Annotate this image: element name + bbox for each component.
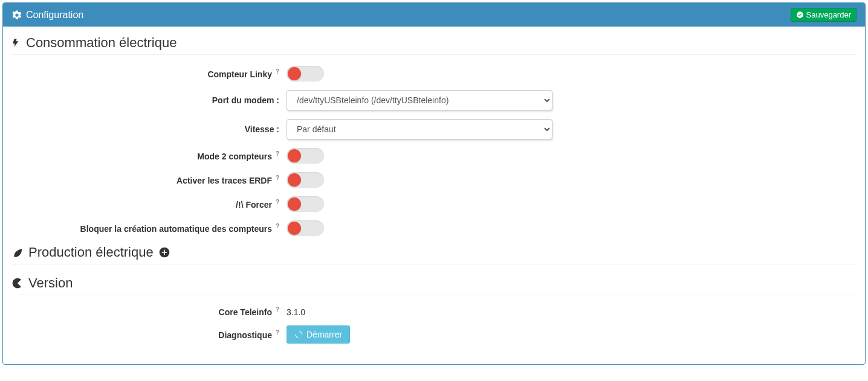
panel-header: Configuration Sauvegarder [3, 3, 865, 27]
section-consumption-title: Consommation électrique [11, 35, 857, 51]
help-icon[interactable]: ? [276, 174, 279, 181]
section-version-title: Version [11, 275, 857, 291]
panel-body: Consommation électrique Compteur Linky ?… [3, 27, 865, 364]
help-icon[interactable]: ? [276, 199, 279, 205]
field-traces: Activer les traces ERDF ? [11, 172, 857, 188]
field-force: /!\ Forcer ? [11, 196, 857, 212]
field-force-label-wrap: /!\ Forcer ? [11, 199, 287, 210]
leaf-icon [11, 246, 24, 258]
field-traces-label-wrap: Activer les traces ERDF ? [11, 174, 287, 185]
field-speed-label-wrap: Vitesse : [11, 124, 287, 134]
help-icon[interactable]: ? [276, 329, 279, 336]
start-diagnostic-label: Démarrer [306, 330, 342, 339]
check-circle-icon [796, 11, 804, 19]
field-force-label: /!\ Forcer [236, 200, 272, 210]
save-button-label: Sauvegarder [806, 10, 851, 19]
field-modem-port: Port du modem : /dev/ttyUSBteleinfo (/de… [11, 90, 857, 110]
field-block-auto-label: Bloquer la création automatique des comp… [80, 224, 272, 234]
field-mode2-label: Mode 2 compteurs [197, 152, 272, 161]
toggle-mode2[interactable] [287, 148, 324, 164]
field-linky-label-wrap: Compteur Linky ? [11, 68, 287, 79]
toggle-traces[interactable] [287, 172, 324, 188]
help-icon[interactable]: ? [276, 306, 279, 313]
field-speed: Vitesse : Par défaut [11, 119, 857, 139]
field-modem-port-label-wrap: Port du modem : [11, 95, 287, 105]
help-icon[interactable]: ? [276, 223, 279, 229]
help-icon[interactable]: ? [276, 68, 279, 75]
select-modem-port[interactable]: /dev/ttyUSBteleinfo (/dev/ttyUSBteleinfo… [287, 90, 552, 110]
panel-header-left: Configuration [11, 10, 83, 21]
bolt-icon [11, 36, 21, 50]
section-version-label: Version [28, 275, 73, 291]
field-block-auto: Bloquer la création automatique des comp… [11, 220, 857, 236]
cogs-icon [11, 10, 22, 21]
section-production-title: Production électrique [11, 245, 857, 260]
field-diagnostic-label: Diagnostique [218, 330, 272, 340]
field-core-version: Core Teleinfo ? 3.1.0 [11, 306, 857, 317]
field-traces-label: Activer les traces ERDF [177, 176, 272, 185]
field-mode2-label-wrap: Mode 2 compteurs ? [11, 150, 287, 161]
field-modem-port-label: Port du modem : [212, 95, 279, 105]
select-speed[interactable]: Par défaut [287, 119, 552, 139]
field-linky-label: Compteur Linky [207, 69, 272, 79]
config-panel: Configuration Sauvegarder Consommation é… [2, 2, 866, 365]
spinner-icon [294, 330, 303, 339]
toggle-linky[interactable] [287, 66, 324, 82]
field-speed-label: Vitesse : [245, 124, 279, 134]
section-consumption-label: Consommation électrique [26, 35, 177, 51]
panel-title: Configuration [26, 10, 83, 21]
field-core-version-label-wrap: Core Teleinfo ? [11, 306, 287, 317]
field-core-version-label: Core Teleinfo [219, 307, 272, 317]
plus-circle-icon[interactable] [158, 246, 170, 258]
field-block-auto-label-wrap: Bloquer la création automatique des comp… [11, 223, 287, 234]
field-linky: Compteur Linky ? [11, 66, 857, 82]
core-version-value: 3.1.0 [287, 306, 305, 317]
toggle-block-auto[interactable] [287, 220, 324, 236]
field-mode2: Mode 2 compteurs ? [11, 148, 857, 164]
field-diagnostic: Diagnostique ? Démarrer [11, 325, 857, 344]
divider [11, 54, 857, 55]
save-button[interactable]: Sauvegarder [791, 8, 857, 22]
help-icon[interactable]: ? [276, 150, 279, 157]
pacman-icon [11, 277, 24, 289]
field-diagnostic-label-wrap: Diagnostique ? [11, 329, 287, 340]
toggle-force[interactable] [287, 196, 324, 212]
section-production-label: Production électrique [28, 245, 154, 260]
start-diagnostic-button[interactable]: Démarrer [287, 325, 350, 344]
divider [11, 295, 857, 295]
divider [11, 264, 857, 264]
